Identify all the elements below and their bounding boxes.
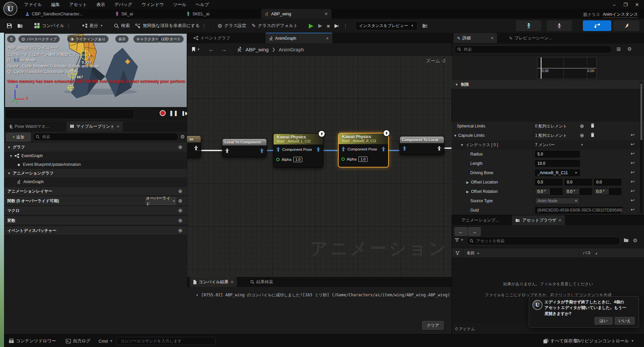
find-button[interactable]: 検索: [111, 21, 132, 31]
local-to-component-node[interactable]: Local To Component: [222, 138, 267, 157]
tab-eventgraph-doc[interactable]: イベントグラフ: [190, 33, 234, 43]
menu-file[interactable]: ファイル: [19, 0, 46, 9]
hide-unrelated-button[interactable]: 無関係な項目を非表示にする ⋮: [132, 21, 209, 31]
menu-debug[interactable]: デバッグ: [110, 0, 137, 9]
tab-sk-ai[interactable]: SK_ai: [112, 9, 136, 19]
tab-asset-browser[interactable]: アセットブラウザ ✕: [512, 215, 565, 225]
back-arrow-icon[interactable]: ←: [208, 46, 214, 53]
class-defaults-button[interactable]: ✎ クラスのデフォルト: [249, 21, 300, 31]
forward-arrow-icon[interactable]: →: [221, 46, 227, 53]
component-pose-out-pin[interactable]: [260, 148, 264, 153]
tab-my-blueprint[interactable]: マイブループリント ✕: [66, 121, 123, 131]
offset-rotation-z[interactable]: 0.0 °: [594, 188, 609, 195]
reset-icon[interactable]: ↩: [631, 151, 635, 156]
offset-location-z[interactable]: 0.0: [594, 179, 621, 186]
diff-button[interactable]: 差分 ▼: [79, 21, 106, 31]
add-function-icon[interactable]: ⊕: [178, 198, 182, 204]
myblueprint-search[interactable]: [33, 133, 178, 141]
alpha-pin[interactable]: [341, 157, 345, 161]
component-pose-in-pin[interactable]: [276, 147, 280, 152]
curve-cursor[interactable]: [541, 57, 541, 79]
section-functions[interactable]: 関数 (5 オーバーライド可能) オーバーライド ▼ ⊕: [4, 196, 187, 206]
menu-edit[interactable]: 編集: [46, 0, 64, 9]
asset-search[interactable]: [467, 237, 620, 245]
skeleton-mode-button[interactable]: [516, 20, 541, 31]
radius-input[interactable]: 5.0: [535, 151, 580, 157]
viewport-lit-button[interactable]: ライティングあり: [67, 35, 109, 43]
override-dropdown[interactable]: オーバーライド ▼: [146, 198, 176, 205]
record-icon[interactable]: [160, 110, 166, 116]
menu-tools[interactable]: ツール: [168, 0, 191, 9]
details-search[interactable]: [454, 45, 612, 53]
section-variables[interactable]: 変数 ⊕: [4, 216, 187, 225]
component-pose-in-pin[interactable]: [341, 147, 345, 151]
forward-button[interactable]: →: [468, 227, 481, 236]
viewport-menu-button[interactable]: ☰: [7, 35, 16, 43]
add-element-icon[interactable]: ⊕: [580, 132, 584, 138]
preview-viewport[interactable]: Z X Y ☰ パースペクティブ ライティングあり 表示 キャラクター LOD …: [5, 33, 187, 107]
collapse-icon[interactable]: ▼: [7, 145, 11, 149]
class-settings-button[interactable]: ⚙ クラス設定: [215, 21, 249, 31]
kawaii-physics-node-left[interactable]: Kawaii Physics Root: _AmiceB_L_C11 Compo…: [273, 133, 323, 167]
skip-icon[interactable]: ▶𝄀: [335, 23, 339, 29]
collapse-icon[interactable]: ▼: [454, 134, 457, 137]
tab-close-icon[interactable]: ✕: [558, 218, 561, 223]
restore-button[interactable]: ❐: [620, 1, 631, 9]
viewport-character-button[interactable]: キャラクター: [133, 35, 162, 43]
play-icon[interactable]: ▶: [309, 22, 314, 29]
menu-help[interactable]: ヘルプ: [191, 0, 214, 9]
reset-icon[interactable]: ↩: [631, 188, 635, 194]
partial-pose-node[interactable]: se: [187, 135, 201, 157]
section-limits[interactable]: ▼ 制限: [452, 80, 644, 89]
alpha-value[interactable]: 1.0: [358, 156, 367, 162]
add-dispatcher-icon[interactable]: ⊕: [178, 228, 182, 234]
tab-close-icon[interactable]: ✕: [324, 11, 328, 16]
tab-cbp-sandboxcharacter[interactable]: CBP_SandboxCharacter...: [22, 9, 86, 19]
compile-button[interactable]: コンパイル ⋮: [31, 21, 74, 31]
animgraph-canvas[interactable]: ズーム -2 アニメーション se Local To Component: [187, 55, 452, 277]
offset-location-y[interactable]: 0.0: [565, 179, 592, 186]
reset-icon[interactable]: ↩: [631, 160, 635, 165]
trash-icon[interactable]: [591, 123, 595, 128]
local-pose-in-pin[interactable]: [225, 148, 229, 153]
tab-animation-blueprint[interactable]: アニメーションブ...: [458, 215, 502, 225]
row-event-blueprintupdateanimation[interactable]: ◈ Event BlueprintUpdateAnimation: [4, 160, 187, 169]
section-graphs[interactable]: ▼ グラフ ⊕: [4, 143, 187, 152]
chevron-down-icon[interactable]: ▼: [581, 143, 584, 146]
tab-close-icon[interactable]: ✕: [326, 36, 329, 41]
component-to-local-node[interactable]: Component To Local: [399, 136, 444, 155]
add-variable-icon[interactable]: ⊕: [178, 218, 182, 224]
tab-find-results[interactable]: 結果検索: [247, 277, 276, 287]
reset-icon[interactable]: ↩: [631, 198, 635, 203]
search-input[interactable]: [463, 47, 609, 52]
animation-mode-button[interactable]: [613, 20, 639, 31]
offset-location-x[interactable]: 0.0: [535, 179, 562, 186]
reset-icon[interactable]: ↩: [631, 141, 635, 147]
reset-icon[interactable]: ↩: [631, 207, 635, 212]
stop-icon[interactable]: ■: [327, 23, 330, 29]
no-button[interactable]: いいえ: [615, 317, 635, 325]
revision-control-button[interactable]: リビジョンコントロール ▼: [571, 336, 637, 346]
minimize-button[interactable]: –: [609, 1, 620, 9]
section-event-dispatchers[interactable]: イベントディスパッチャー ⊕: [4, 226, 187, 235]
add-macro-icon[interactable]: ⊕: [178, 208, 182, 214]
local-pose-out-pin[interactable]: [437, 146, 441, 151]
gear-icon[interactable]: ⚙: [633, 238, 637, 244]
section-animation-graphs[interactable]: ▼ アニメーショングラフ: [4, 169, 187, 178]
alpha-pin[interactable]: [276, 158, 280, 161]
add-element-icon[interactable]: ⊕: [580, 123, 584, 129]
preview-instance-dropdown[interactable]: インスタンスをプレビュー ▼: [355, 21, 418, 30]
tab-close-icon[interactable]: ✕: [230, 280, 233, 284]
compile-options-icon[interactable]: ⋮: [66, 23, 71, 28]
driving-bone-dropdown[interactable]: _AmiceB_R_C11▼: [535, 169, 580, 176]
reset-icon[interactable]: ↩: [631, 169, 635, 175]
component-pose-out-pin[interactable]: [381, 147, 385, 151]
parent-class-link[interactable]: Animインスタンス: [603, 12, 638, 18]
gear-icon[interactable]: ⚙: [627, 46, 632, 52]
browse-button[interactable]: [15, 21, 26, 31]
trash-icon[interactable]: [591, 132, 595, 137]
close-button[interactable]: ✕: [631, 1, 643, 9]
breadcrumb-current[interactable]: AnimGraph: [279, 47, 304, 52]
details-scrollbar[interactable]: [640, 82, 643, 213]
offset-rotation-x[interactable]: 0.0 °: [535, 188, 550, 195]
